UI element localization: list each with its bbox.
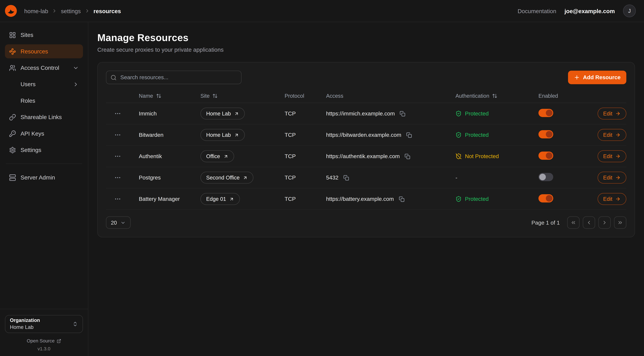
shield-check-icon xyxy=(456,132,462,138)
avatar[interactable]: J xyxy=(623,4,636,17)
organization-label: Organization xyxy=(10,318,40,324)
search-input[interactable] xyxy=(106,70,242,84)
chevron-right-icon xyxy=(84,8,90,14)
more-horizontal-icon xyxy=(114,174,121,181)
edit-button-label: Edit xyxy=(603,196,612,202)
user-email[interactable]: joe@example.com xyxy=(564,8,615,14)
row-actions-button[interactable] xyxy=(112,194,122,204)
access-value[interactable]: https://immich.example.com xyxy=(326,110,395,117)
open-source-link[interactable]: Open Source xyxy=(5,338,83,344)
access-value[interactable]: https://authentik.example.com xyxy=(326,153,400,159)
sidebar-item-server-admin[interactable]: Server Admin xyxy=(5,170,83,184)
documentation-link[interactable]: Documentation xyxy=(518,8,556,14)
users-icon xyxy=(9,64,16,71)
sidebar-item-api-keys[interactable]: API Keys xyxy=(5,126,83,140)
row-actions-button[interactable] xyxy=(112,108,122,118)
table-row: Immich Home Lab TCP https://immich.examp… xyxy=(106,103,626,124)
search-icon xyxy=(110,74,117,80)
site-link[interactable]: Second Office xyxy=(200,172,254,184)
enabled-toggle[interactable] xyxy=(538,109,553,117)
copy-button[interactable] xyxy=(342,174,350,181)
access-value[interactable]: 5432 xyxy=(326,174,338,181)
edit-button[interactable]: Edit xyxy=(598,108,626,120)
site-link[interactable]: Home Lab xyxy=(200,129,245,141)
access-value[interactable]: https://bitwarden.example.com xyxy=(326,132,401,138)
copy-icon xyxy=(344,175,349,180)
access-value[interactable]: https://battery.example.com xyxy=(326,196,394,202)
shield-check-icon xyxy=(456,110,462,117)
auth-status: Protected xyxy=(456,132,538,138)
copy-icon xyxy=(400,110,406,116)
sidebar-item-resources[interactable]: Resources xyxy=(5,44,83,58)
edit-button[interactable]: Edit xyxy=(598,129,626,141)
table-row: Postgres Second Office TCP 5432 - xyxy=(106,167,626,188)
copy-button[interactable] xyxy=(406,131,413,138)
avatar-initial: J xyxy=(628,8,631,14)
arrow-up-right-icon xyxy=(234,111,239,116)
enabled-toggle[interactable] xyxy=(538,194,553,202)
next-page-button[interactable] xyxy=(598,216,611,229)
sidebar-item-users[interactable]: Users xyxy=(5,77,83,91)
gear-icon xyxy=(9,146,16,154)
sidebar-item-label: Access Control xyxy=(20,64,59,71)
last-page-button[interactable] xyxy=(614,216,626,229)
add-resource-button[interactable]: Add Resource xyxy=(568,70,626,84)
sidebar-item-roles[interactable]: Roles xyxy=(5,94,83,108)
breadcrumb-org[interactable]: home-lab xyxy=(24,8,48,14)
header-site[interactable]: Site xyxy=(200,93,284,99)
resource-name: Immich xyxy=(139,110,200,117)
table-footer: 20 Page 1 of 1 xyxy=(106,216,626,229)
header-authentication[interactable]: Authentication xyxy=(456,93,538,99)
row-actions-button[interactable] xyxy=(112,130,122,140)
sidebar-item-settings[interactable]: Settings xyxy=(5,143,83,157)
breadcrumb: home-lab settings resources xyxy=(24,8,121,14)
page-size-select[interactable]: 20 xyxy=(106,216,131,229)
arrow-right-icon xyxy=(615,154,621,159)
row-actions-button[interactable] xyxy=(112,151,122,161)
page-subtitle: Create secure proxies to your private ap… xyxy=(97,46,635,53)
grid-icon xyxy=(9,32,16,38)
plus-icon xyxy=(574,74,580,80)
prev-page-button[interactable] xyxy=(583,216,595,229)
shield-off-icon xyxy=(456,153,462,159)
app-logo[interactable] xyxy=(5,5,17,17)
organization-selector[interactable]: Organization Home Lab xyxy=(5,315,83,333)
server-icon xyxy=(9,174,16,181)
copy-button[interactable] xyxy=(404,153,411,160)
page-title: Manage Resources xyxy=(97,32,635,44)
sidebar-item-sites[interactable]: Sites xyxy=(5,28,83,42)
header-name[interactable]: Name xyxy=(139,93,200,99)
auth-status: - xyxy=(456,174,538,181)
auth-status: Protected xyxy=(456,196,538,202)
copy-button[interactable] xyxy=(399,110,406,117)
more-horizontal-icon xyxy=(114,110,121,117)
enabled-toggle[interactable] xyxy=(538,152,553,160)
edit-button-label: Edit xyxy=(603,174,612,181)
shield-check-icon xyxy=(456,196,462,202)
first-page-button[interactable] xyxy=(567,216,580,229)
site-link[interactable]: Home Lab xyxy=(200,108,245,120)
protocol-value: TCP xyxy=(284,132,326,138)
copy-button[interactable] xyxy=(398,195,405,203)
row-actions-button[interactable] xyxy=(112,173,122,182)
enabled-toggle[interactable] xyxy=(538,173,553,181)
copy-icon xyxy=(405,154,410,159)
site-link[interactable]: Office xyxy=(200,150,234,162)
edit-button[interactable]: Edit xyxy=(598,172,626,184)
breadcrumb-settings[interactable]: settings xyxy=(61,8,81,14)
sidebar-item-access-control[interactable]: Access Control xyxy=(5,61,83,75)
protocol-value: TCP xyxy=(284,110,326,117)
edit-button[interactable]: Edit xyxy=(598,150,626,162)
header-enabled: Enabled xyxy=(538,93,594,99)
resource-name: Authentik xyxy=(139,153,200,159)
more-horizontal-icon xyxy=(114,196,121,202)
resource-rows: Immich Home Lab TCP https://immich.examp… xyxy=(106,103,626,210)
sidebar-item-shareable-links[interactable]: Shareable Links xyxy=(5,110,83,124)
site-link[interactable]: Edge 01 xyxy=(200,193,240,205)
copy-icon xyxy=(406,132,412,138)
enabled-toggle[interactable] xyxy=(538,130,553,138)
edit-button[interactable]: Edit xyxy=(598,193,626,205)
app-screen: home-lab settings resources Documentatio… xyxy=(0,0,644,356)
site-pill-label: Home Lab xyxy=(206,110,231,117)
open-source-label: Open Source xyxy=(27,338,54,344)
